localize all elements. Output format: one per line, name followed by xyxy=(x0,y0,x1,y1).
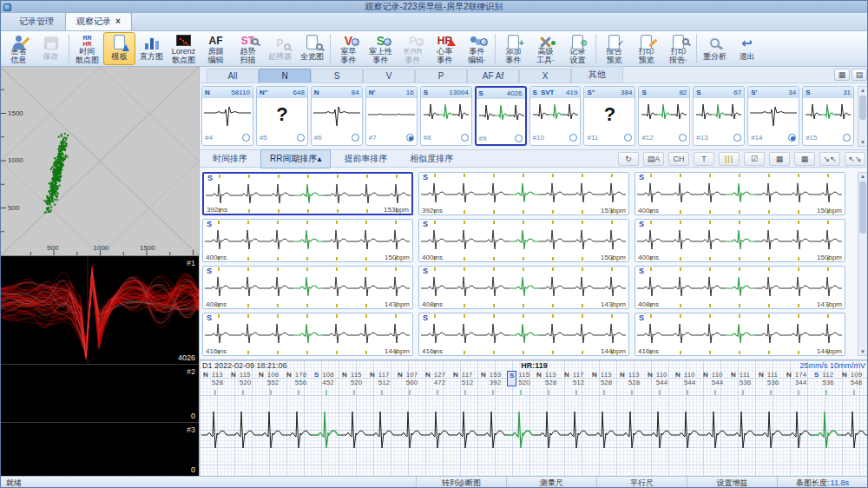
category-tab-x[interactable]: X xyxy=(519,69,571,82)
template-radio-button[interactable] xyxy=(624,134,632,142)
template-thumbnail-15[interactable]: S31#15 xyxy=(802,86,854,146)
category-tab-p[interactable]: P xyxy=(415,69,467,82)
template-radio-button[interactable] xyxy=(406,134,414,142)
beat-annotation[interactable]: N107560 xyxy=(396,371,424,386)
thumbnail-scrollbar[interactable]: ▲▼ xyxy=(858,86,868,147)
grid-scrollbar[interactable]: ▲▼ xyxy=(858,172,868,356)
template-thumbnail-8[interactable]: S13004#8 xyxy=(420,86,472,146)
beat-annotation[interactable]: N113528 xyxy=(535,371,562,386)
toolbar-button-s[interactable]: S室上性事件 xyxy=(365,32,397,65)
beat-annotation[interactable]: N113528 xyxy=(618,371,646,386)
grid-small-icon[interactable]: ▦ xyxy=(794,152,815,166)
toolbar-button-v[interactable]: V室早事件 xyxy=(332,32,365,65)
beat-strip-cell-3[interactable]: S400ms150bpm xyxy=(202,219,413,262)
toolbar-button-hist[interactable]: 直方图 xyxy=(135,32,168,65)
text-marker-icon[interactable]: T xyxy=(694,152,714,166)
beat-annotation[interactable]: N110544 xyxy=(701,371,729,386)
beat-annotation[interactable]: N109548 xyxy=(840,371,868,386)
refresh-icon[interactable]: ↻ xyxy=(618,152,639,166)
beat-strip-cell-8[interactable]: S408ms147bpm xyxy=(635,266,845,309)
scroll-up-icon[interactable]: ▲ xyxy=(860,173,865,180)
status-item-3[interactable]: 设置增益 xyxy=(687,477,777,488)
beat-annotation[interactable]: N111536 xyxy=(729,371,757,386)
beat-annotation[interactable]: N153392 xyxy=(479,371,507,386)
scroll-down-icon[interactable]: ▼ xyxy=(860,139,865,146)
grid-large-icon[interactable]: ▦ xyxy=(769,152,790,166)
template-thumbnail-9[interactable]: S4026#9 xyxy=(475,86,527,146)
lorenz-scatter-panel[interactable]: 1500100050050010001500 xyxy=(1,67,199,256)
expand-icon[interactable]: ↖↘ xyxy=(845,152,865,166)
beat-annotation[interactable]: N111536 xyxy=(757,371,785,386)
category-tab-af-af[interactable]: AF Af xyxy=(467,69,519,82)
beat-annotation[interactable]: N110544 xyxy=(674,371,701,386)
beat-strip-cell-6[interactable]: S408ms147bpm xyxy=(202,266,413,309)
template-radio-button[interactable] xyxy=(569,134,577,142)
template-radio-button[interactable] xyxy=(352,134,359,142)
category-tab-其他[interactable]: 其他 xyxy=(571,66,623,82)
toolbar-button-hr[interactable]: HR心率事件 xyxy=(429,32,461,65)
ecg-strip-panel[interactable]: D1 2022-02-09 18:21:06 HR:119 25mm/s 10m… xyxy=(200,359,868,476)
sort-tab-1[interactable]: RR间期排序▴ xyxy=(260,149,331,168)
toolbar-button-printrep[interactable]: 打印报告· xyxy=(662,32,694,65)
beat-annotation[interactable]: N174344 xyxy=(785,371,812,386)
template-overlay-panel-2[interactable]: #2 0 xyxy=(1,366,199,423)
toolbar-button-af[interactable]: AF房颤编辑 xyxy=(200,32,232,65)
template-radio-button[interactable] xyxy=(733,134,741,142)
beat-annotation[interactable]: N117512 xyxy=(368,371,396,386)
beat-annotation[interactable]: N117512 xyxy=(562,371,590,386)
report-page-icon[interactable]: ▤A xyxy=(643,152,664,166)
toolbar-button-people[interactable]: 事件编辑· xyxy=(461,32,493,65)
beat-strip-cell-7[interactable]: S408ms147bpm xyxy=(418,266,629,309)
toolbar-button-lorenz[interactable]: Lorenz散点图 xyxy=(168,32,200,65)
template-radio-button[interactable] xyxy=(679,134,687,142)
beat-strip-cell-2[interactable]: S400ms150bpm xyxy=(635,172,845,215)
beat-strip-cell-5[interactable]: S400ms150bpm xyxy=(635,219,845,262)
toolbar-button-patient[interactable]: 患者信息 xyxy=(3,32,35,65)
toolbar-button-st[interactable]: ST趋势扫描 xyxy=(232,32,264,65)
toolbar-button-template[interactable]: 模板 xyxy=(103,32,135,65)
beat-annotation[interactable]: N110544 xyxy=(646,371,674,386)
status-strip-length[interactable]: 条图长度:11.8s xyxy=(777,477,867,488)
sort-tab-3[interactable]: 相似度排序 xyxy=(400,149,463,168)
beat-annotation[interactable]: N117512 xyxy=(451,371,479,386)
scroll-track[interactable] xyxy=(859,94,866,139)
toolbar-button-recset[interactable]: ⚙记录设置 xyxy=(562,32,594,65)
toolbar-button-exit[interactable]: ↩退出 xyxy=(731,32,763,65)
beat-strip-cell-4[interactable]: S400ms150bpm xyxy=(418,219,629,262)
template-radio-button[interactable] xyxy=(242,134,250,142)
template-radio-button[interactable] xyxy=(297,134,305,142)
beat-annotation[interactable]: N113528 xyxy=(201,371,229,386)
scroll-up-icon[interactable]: ▲ xyxy=(860,87,865,94)
template-radio-button[interactable] xyxy=(788,134,796,142)
template-thumbnail-13[interactable]: S67#13 xyxy=(693,86,745,146)
template-radio-button[interactable] xyxy=(515,135,523,142)
beat-annotation[interactable]: N108552 xyxy=(257,371,285,386)
scroll-thumb[interactable] xyxy=(859,96,866,120)
category-tab-n[interactable]: N xyxy=(259,69,311,82)
beat-marker-icon[interactable]: ||| xyxy=(719,152,740,166)
beat-strip-cell-9[interactable]: S416ms144bpm xyxy=(202,313,413,356)
template-thumbnail-14[interactable]: S'34#14 xyxy=(747,86,799,146)
beat-strip-cell-1[interactable]: S392ms153bpm xyxy=(418,172,629,215)
template-thumbnail-5[interactable]: N"648?#5 xyxy=(256,86,308,146)
layout-list-icon[interactable]: ▤ xyxy=(852,69,867,81)
status-item-0[interactable]: 转到诊断图 xyxy=(416,477,506,488)
toolbar-button-overview[interactable]: 全览图 xyxy=(296,32,328,65)
layout-grid-icon[interactable]: ▦ xyxy=(834,69,850,81)
ribbon-tab-observe-record[interactable]: 观察记录× xyxy=(65,12,132,30)
template-thumbnail-12[interactable]: S82#12 xyxy=(638,86,690,146)
channel-icon[interactable]: CH xyxy=(668,152,689,166)
scroll-track[interactable] xyxy=(859,180,866,348)
beat-annotation[interactable]: S115520 xyxy=(507,371,535,386)
sort-tab-0[interactable]: 时间排序 xyxy=(203,149,257,168)
beat-strip-cell-10[interactable]: S416ms144bpm xyxy=(418,313,629,356)
toolbar-button-rrhr[interactable]: RRHR时间散点图 xyxy=(71,32,103,65)
category-tab-s[interactable]: S xyxy=(311,69,363,82)
toolbar-button-addevt[interactable]: +添加事件 xyxy=(497,32,529,65)
beat-strip-cell-0[interactable]: S392ms153bpm xyxy=(202,172,413,215)
template-thumbnail-7[interactable]: N'16#7 xyxy=(365,86,418,146)
close-tab-icon[interactable]: × xyxy=(115,17,121,26)
status-item-2[interactable]: 平行尺 xyxy=(596,477,687,488)
template-thumbnail-10[interactable]: SSVT419#10 xyxy=(529,86,582,146)
category-tab-v[interactable]: V xyxy=(363,69,415,82)
